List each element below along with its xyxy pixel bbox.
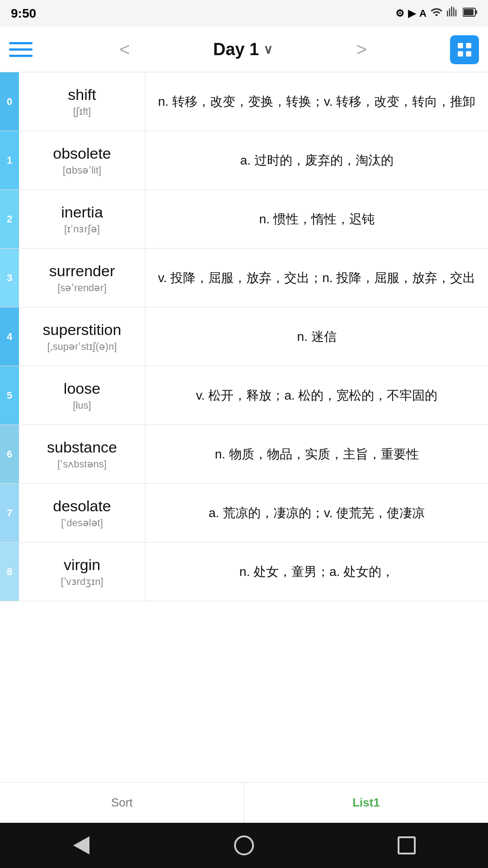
- word-definition: n. 迷信: [145, 307, 488, 366]
- back-icon: [73, 836, 89, 854]
- back-button[interactable]: [68, 832, 95, 859]
- word-text: superstition: [43, 321, 122, 339]
- menu-line-3: [9, 55, 33, 57]
- word-text: surrender: [49, 262, 115, 280]
- word-definition: v. 松开，释放；a. 松的，宽松的，不牢固的: [145, 366, 488, 425]
- menu-line-2: [9, 48, 33, 51]
- status-time: 9:50: [11, 6, 36, 21]
- day-title: Day 1: [213, 40, 259, 59]
- word-definition: n. 转移，改变，变换，转换；v. 转移，改变，转向，推卸: [145, 72, 488, 131]
- svg-rect-2: [458, 43, 463, 48]
- word-row[interactable]: 5loose[lus]v. 松开，释放；a. 松的，宽松的，不牢固的: [0, 366, 488, 425]
- word-row[interactable]: 3surrender[səˈrendər]v. 投降，屈服，放弃，交出；n. 投…: [0, 249, 488, 307]
- word-row[interactable]: 8virgin[ˈvɜrdʒɪn]n. 处女，童男；a. 处女的，: [0, 542, 488, 601]
- word-phonetic: [ˌsupərˈstɪʃ(ə)n]: [47, 341, 117, 353]
- word-phonetic: [ʃɪft]: [73, 106, 91, 118]
- svg-rect-5: [466, 51, 471, 57]
- wifi-icon: [430, 6, 443, 21]
- svg-rect-1: [464, 9, 474, 15]
- row-index: 3: [0, 249, 19, 307]
- word-text: desolate: [53, 497, 111, 515]
- row-index: 6: [0, 425, 19, 483]
- next-day-button[interactable]: >: [352, 35, 371, 64]
- svg-rect-3: [466, 43, 471, 48]
- row-index: 1: [0, 131, 19, 189]
- bottom-tab-bar: SortList1: [0, 782, 488, 823]
- status-bar: 9:50 ⚙ ▶ A: [0, 0, 488, 27]
- word-definition: n. 惯性，惰性，迟钝: [145, 190, 488, 248]
- word-column: inertia[ɪˈnɜrʃə]: [19, 190, 145, 248]
- word-text: shift: [68, 86, 96, 104]
- tab-label: Sort: [111, 796, 133, 810]
- play-icon: ▶: [408, 8, 416, 19]
- word-phonetic: [səˈrendər]: [57, 282, 107, 294]
- word-column: desolate[ˈdesələt]: [19, 484, 145, 542]
- row-index: 8: [0, 542, 19, 601]
- word-definition: a. 荒凉的，凄凉的；v. 使荒芜，使凄凉: [145, 484, 488, 542]
- word-text: loose: [64, 380, 100, 397]
- prev-day-button[interactable]: <: [115, 35, 134, 64]
- word-row[interactable]: 2inertia[ɪˈnɜrʃə]n. 惯性，惰性，迟钝: [0, 190, 488, 249]
- row-index: 2: [0, 190, 19, 248]
- word-text: virgin: [64, 556, 100, 574]
- tab-item-sort[interactable]: Sort: [0, 783, 244, 823]
- word-definition: v. 投降，屈服，放弃，交出；n. 投降，屈服，放弃，交出: [145, 249, 488, 307]
- word-text: substance: [47, 439, 117, 456]
- menu-line-1: [9, 42, 33, 44]
- word-phonetic: [ˈvɜrdʒɪn]: [61, 576, 103, 588]
- word-column: obsolete[ɑbsəˈlit]: [19, 131, 145, 189]
- word-text: inertia: [61, 203, 103, 221]
- word-column: loose[lus]: [19, 366, 145, 425]
- word-text: obsolete: [53, 145, 111, 162]
- word-row[interactable]: 7desolate[ˈdesələt]a. 荒凉的，凄凉的；v. 使荒芜，使凄凉: [0, 484, 488, 542]
- word-row[interactable]: 4superstition[ˌsupərˈstɪʃ(ə)n]n. 迷信: [0, 307, 488, 366]
- svg-rect-4: [458, 51, 463, 57]
- word-column: surrender[səˈrendər]: [19, 249, 145, 307]
- word-phonetic: [ɑbsəˈlit]: [63, 165, 101, 176]
- text-icon: A: [419, 8, 427, 19]
- word-phonetic: [ɪˈnɜrʃə]: [64, 223, 100, 235]
- battery-icon: [463, 8, 477, 19]
- menu-button[interactable]: [9, 36, 36, 63]
- day-selector[interactable]: Day 1 ∨: [213, 40, 273, 59]
- word-phonetic: [ˈdesələt]: [61, 517, 103, 529]
- grid-view-button[interactable]: [450, 35, 479, 64]
- word-column: superstition[ˌsupərˈstɪʃ(ə)n]: [19, 307, 145, 366]
- word-row[interactable]: 0shift[ʃɪft]n. 转移，改变，变换，转换；v. 转移，改变，转向，推…: [0, 72, 488, 131]
- row-index: 5: [0, 366, 19, 425]
- home-icon: [234, 835, 254, 855]
- word-column: shift[ʃɪft]: [19, 72, 145, 131]
- tab-item-list1[interactable]: List1: [244, 783, 488, 823]
- home-button[interactable]: [230, 832, 258, 859]
- word-list: 0shift[ʃɪft]n. 转移，改变，变换，转换；v. 转移，改变，转向，推…: [0, 72, 488, 782]
- word-row[interactable]: 6substance[ˈsʌbstəns]n. 物质，物品，实质，主旨，重要性: [0, 425, 488, 484]
- word-row[interactable]: 1obsolete[ɑbsəˈlit]a. 过时的，废弃的，淘汰的: [0, 131, 488, 190]
- word-definition: n. 处女，童男；a. 处女的，: [145, 542, 488, 601]
- nav-bar: < Day 1 ∨ >: [0, 27, 488, 72]
- word-phonetic: [lus]: [73, 400, 91, 411]
- recent-icon: [398, 836, 416, 854]
- word-column: substance[ˈsʌbstəns]: [19, 425, 145, 483]
- word-definition: a. 过时的，废弃的，淘汰的: [145, 131, 488, 189]
- row-index: 4: [0, 307, 19, 366]
- tab-label: List1: [352, 796, 380, 810]
- row-index: 7: [0, 484, 19, 542]
- android-nav-bar: [0, 823, 488, 868]
- word-definition: n. 物质，物品，实质，主旨，重要性: [145, 425, 488, 483]
- grid-icon: [455, 41, 474, 59]
- row-index: 0: [0, 72, 19, 131]
- settings-icon: ⚙: [395, 8, 404, 19]
- signal-icon: [446, 6, 459, 21]
- word-column: virgin[ˈvɜrdʒɪn]: [19, 542, 145, 601]
- recent-button[interactable]: [393, 832, 420, 859]
- word-phonetic: [ˈsʌbstəns]: [57, 458, 107, 470]
- chevron-down-icon: ∨: [263, 42, 273, 57]
